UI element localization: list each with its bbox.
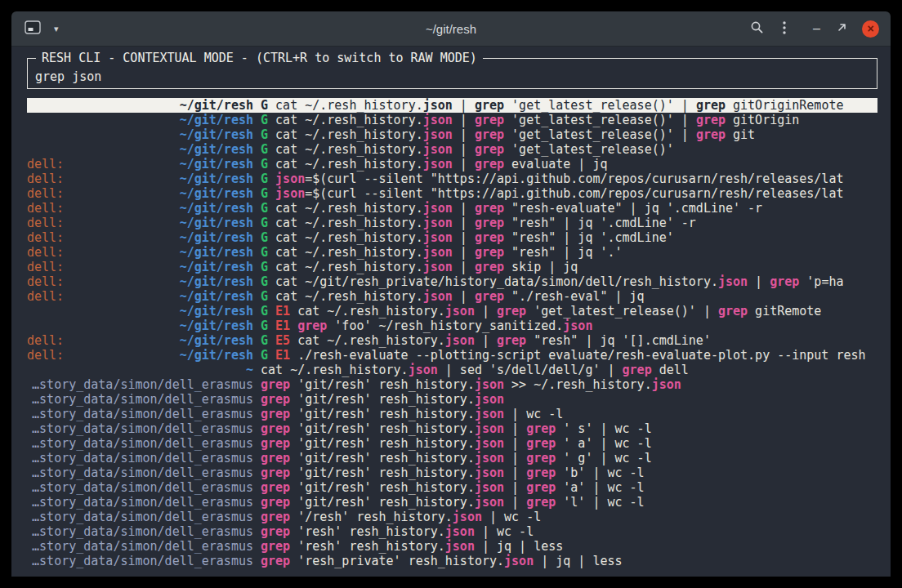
new-tab-button[interactable] bbox=[23, 19, 42, 38]
command-text: cat ~/.resh_history.json | grep skip | j… bbox=[275, 260, 578, 274]
directory-label: …story_data/simon/dell_erasmus bbox=[32, 554, 253, 568]
directory-label: ~/git/resh bbox=[180, 245, 253, 260]
history-row[interactable]: dell:~/git/resh G json=$(curl --silent "… bbox=[27, 172, 877, 186]
command-text: cat ~/.resh_history.json | grep "./resh-… bbox=[275, 289, 645, 304]
host-label: dell: bbox=[27, 245, 64, 260]
history-row[interactable]: dell:~/git/resh G json=$(curl --silent "… bbox=[27, 186, 877, 201]
history-row[interactable]: …story_data/simon/dell_erasmus grep 'git… bbox=[27, 466, 877, 480]
history-row[interactable]: …story_data/simon/dell_erasmus grep 'git… bbox=[27, 392, 877, 407]
menu-button[interactable] bbox=[780, 19, 788, 39]
history-row[interactable]: dell:~/git/resh G cat ~/.resh_history.js… bbox=[27, 289, 877, 304]
history-row[interactable]: dell:~/git/resh G cat ~/.resh_history.js… bbox=[27, 201, 877, 216]
history-row[interactable]: …story_data/simon/dell_erasmus grep 'git… bbox=[27, 407, 877, 421]
new-tab-icon bbox=[25, 20, 41, 37]
command-text: grep 'git/resh' resh_history.json | grep… bbox=[261, 480, 645, 495]
row-left-column: ~/git/resh bbox=[27, 304, 253, 318]
host-label: dell: bbox=[27, 348, 64, 363]
command-text: cat ~/.resh_history.json | grep evaluate… bbox=[275, 157, 607, 172]
row-left-column: dell:~/git/resh bbox=[27, 157, 253, 172]
row-left-column: …story_data/simon/dell_erasmus bbox=[27, 495, 253, 510]
terminal-body[interactable]: RESH CLI - CONTEXTUAL MODE - (CTRL+R to … bbox=[11, 47, 891, 577]
history-row[interactable]: dell:~/git/resh G cat ~/.resh_history.js… bbox=[27, 245, 877, 260]
git-flag: G bbox=[261, 318, 268, 333]
git-flag: G bbox=[261, 201, 268, 216]
directory-label: ~/git/resh bbox=[180, 304, 253, 318]
exit-status-flag: E5 bbox=[275, 333, 290, 348]
command-text: cat ~/.resh_history.json | grep "resh-ev… bbox=[275, 201, 762, 216]
row-left-column: ~/git/resh bbox=[27, 142, 253, 157]
history-row[interactable]: dell:~/git/resh G cat ~/.resh_history.js… bbox=[27, 260, 877, 274]
resh-search-input[interactable]: grep json bbox=[35, 69, 869, 84]
directory-label: ~/git/resh bbox=[180, 127, 253, 142]
git-flag: G bbox=[261, 333, 268, 348]
history-row[interactable]: dell:~/git/resh G cat ~/git/resh_private… bbox=[27, 274, 877, 289]
command-text: grep 'git/resh' resh_history.json | wc -… bbox=[261, 407, 563, 421]
directory-label: …story_data/simon/dell_erasmus bbox=[32, 466, 253, 480]
minimize-button[interactable]: – bbox=[811, 23, 822, 34]
row-left-column: dell:~/git/resh bbox=[27, 333, 253, 348]
row-left-column: …story_data/simon/dell_erasmus bbox=[27, 436, 253, 451]
history-row[interactable]: dell:~/git/resh G E5 cat ~/.resh_history… bbox=[27, 333, 877, 348]
titlebar-left-group: ▾ bbox=[23, 19, 60, 38]
row-left-column: …story_data/simon/dell_erasmus bbox=[27, 510, 253, 524]
command-text: grep 'git/resh' resh_history.json | grep… bbox=[261, 495, 645, 510]
row-left-column: dell:~/git/resh bbox=[27, 201, 253, 216]
history-row[interactable]: ~/git/resh G cat ~/.resh_history.json | … bbox=[27, 113, 877, 127]
directory-label: ~/git/resh bbox=[180, 274, 253, 289]
row-left-column: …story_data/simon/dell_erasmus bbox=[27, 407, 253, 421]
host-label: dell: bbox=[27, 201, 64, 216]
directory-label: ~/git/resh bbox=[180, 186, 253, 201]
close-icon: × bbox=[867, 22, 873, 35]
history-row[interactable]: …story_data/simon/dell_erasmus grep 'git… bbox=[27, 480, 877, 495]
row-left-column: …story_data/simon/dell_erasmus bbox=[27, 377, 253, 392]
close-button[interactable]: × bbox=[862, 20, 879, 38]
history-row[interactable]: dell:~/git/resh G cat ~/.resh_history.js… bbox=[27, 157, 877, 172]
row-left-column: dell:~/git/resh bbox=[27, 216, 253, 230]
history-row[interactable]: …story_data/simon/dell_erasmus grep 'git… bbox=[27, 421, 877, 436]
row-left-column: dell:~/git/resh bbox=[27, 186, 253, 201]
tab-switcher-caret[interactable]: ▾ bbox=[52, 22, 60, 36]
directory-label: ~/git/resh bbox=[180, 230, 253, 245]
row-left-column: dell:~/git/resh bbox=[27, 274, 253, 289]
exit-status-flag: E1 bbox=[275, 304, 290, 318]
search-button[interactable] bbox=[748, 19, 766, 38]
command-text: cat ~/.resh_history.json | grep "resh" |… bbox=[275, 216, 696, 230]
row-left-column: …story_data/simon/dell_erasmus bbox=[27, 466, 253, 480]
history-row[interactable]: ~/git/resh G cat ~/.resh_history.json | … bbox=[27, 98, 877, 113]
row-left-column: ~ bbox=[27, 363, 253, 377]
history-row[interactable]: dell:~/git/resh G cat ~/.resh_history.js… bbox=[27, 216, 877, 230]
history-row[interactable]: …story_data/simon/dell_erasmus grep 'git… bbox=[27, 495, 877, 510]
history-row[interactable]: …story_data/simon/dell_erasmus grep '/re… bbox=[27, 510, 877, 524]
directory-label: ~/git/resh bbox=[180, 348, 253, 363]
git-flag: G bbox=[261, 230, 268, 245]
host-label: dell: bbox=[27, 216, 64, 230]
history-row[interactable]: ~/git/resh G E1 cat ~/.resh_history.json… bbox=[27, 304, 877, 318]
restore-button[interactable] bbox=[835, 20, 849, 37]
command-text: cat ~/.resh_history.json | grep "resh" |… bbox=[297, 333, 711, 348]
search-icon bbox=[750, 20, 764, 37]
command-text: grep 'git/resh' resh_history.json | grep… bbox=[261, 421, 652, 436]
history-row[interactable]: dell:~/git/resh G E1 ./resh-evaluate --p… bbox=[27, 348, 877, 363]
directory-label: …story_data/simon/dell_erasmus bbox=[32, 407, 253, 421]
history-row[interactable]: ~/git/resh G cat ~/.resh_history.json | … bbox=[27, 127, 877, 142]
command-text: cat ~/.resh_history.json | sed 's/dell/d… bbox=[261, 363, 689, 377]
history-row[interactable]: …story_data/simon/dell_erasmus grep 'res… bbox=[27, 554, 877, 568]
history-row[interactable]: …story_data/simon/dell_erasmus grep 'git… bbox=[27, 436, 877, 451]
history-row[interactable]: …story_data/simon/dell_erasmus grep 'res… bbox=[27, 524, 877, 539]
host-label: dell: bbox=[27, 230, 64, 245]
history-row[interactable]: ~ cat ~/.resh_history.json | sed 's/dell… bbox=[27, 363, 877, 377]
history-row[interactable]: …story_data/simon/dell_erasmus grep 'git… bbox=[27, 377, 877, 392]
command-text: grep '/resh' resh_history.json | wc -l bbox=[261, 510, 541, 524]
command-text: json=$(curl --silent "https://api.github… bbox=[275, 172, 843, 186]
history-row[interactable]: ~/git/resh G E1 grep 'foo' ~/resh_histor… bbox=[27, 318, 877, 333]
row-left-column: dell:~/git/resh bbox=[27, 289, 253, 304]
directory-label: ~/git/resh bbox=[180, 216, 253, 230]
history-row[interactable]: …story_data/simon/dell_erasmus grep 'res… bbox=[27, 539, 877, 554]
history-row[interactable]: dell:~/git/resh G cat ~/.resh_history.js… bbox=[27, 230, 877, 245]
command-text: cat ~/.resh_history.json | grep 'get_lat… bbox=[275, 98, 843, 113]
row-left-column: dell:~/git/resh bbox=[27, 260, 253, 274]
history-row[interactable]: ~/git/resh G cat ~/.resh_history.json | … bbox=[27, 142, 877, 157]
history-row[interactable]: …story_data/simon/dell_erasmus grep 'git… bbox=[27, 451, 877, 466]
command-text: cat ~/.resh_history.json | grep 'get_lat… bbox=[275, 113, 799, 127]
git-flag: G bbox=[261, 348, 268, 363]
